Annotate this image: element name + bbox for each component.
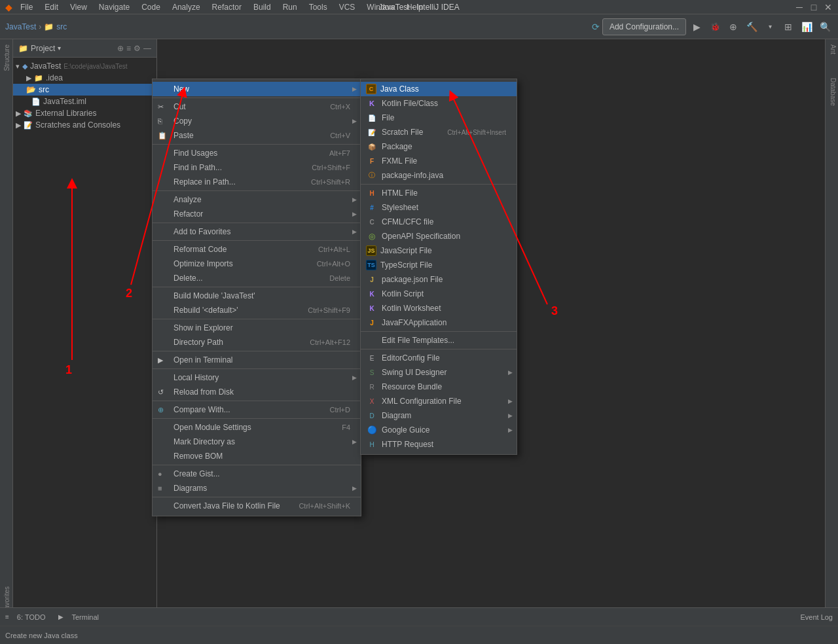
project-title[interactable]: 📁 Project ▾: [18, 44, 61, 53]
menu-item-file[interactable]: File: [16, 3, 37, 12]
menu-item-navigate[interactable]: Navigate: [95, 3, 134, 12]
ctx-item-reload[interactable]: ↺ Reload from Disk: [153, 385, 361, 399]
ctx-item-cut[interactable]: ✂ Cut Ctrl+X: [153, 99, 361, 114]
sub-item-package-info[interactable]: ⓘ package-info.java: [361, 168, 517, 183]
ctx-item-dir-path[interactable]: Directory Path Ctrl+Alt+F12: [153, 335, 361, 349]
menu-item-build[interactable]: Build: [249, 3, 275, 12]
project-hide-icon[interactable]: —: [143, 44, 151, 53]
sub-item-editorconfig[interactable]: E EditorConfig File: [361, 351, 517, 365]
project-dropdown-icon[interactable]: ▾: [58, 45, 61, 52]
sidebar-tab-structure[interactable]: Structure: [0, 39, 12, 77]
tree-item-scratches[interactable]: ▶ 📝 Scratches and Consoles: [13, 119, 156, 131]
restore-button[interactable]: □: [809, 3, 818, 12]
sub-item-kotlin-script[interactable]: K Kotlin Script: [361, 287, 517, 301]
sub-item-ts[interactable]: TS TypeScript File: [361, 258, 517, 272]
sub-item-packagejson[interactable]: J package.json File: [361, 272, 517, 287]
project-collapse-icon[interactable]: ≡: [126, 44, 131, 53]
ctx-item-rebuild[interactable]: Rebuild '<default>' Ctrl+Shift+F9: [153, 303, 361, 317]
tree-item-ext-libs[interactable]: ▶ 📚 External Libraries: [13, 107, 156, 119]
bottom-event-log[interactable]: Event Log: [800, 613, 833, 621]
menu-item-vcs[interactable]: VCS: [335, 3, 359, 12]
menu-item-analyze[interactable]: Analyze: [168, 3, 204, 12]
sub-label-kotlin-worksheet: Kotlin Worksheet: [382, 304, 506, 313]
right-tab-ant[interactable]: Ant: [826, 39, 838, 60]
ctx-item-gist[interactable]: ● Create Gist...: [153, 467, 361, 481]
paste-icon: 📋: [158, 132, 170, 140]
sub-item-google-guice[interactable]: 🔵 Google Guice: [361, 423, 517, 437]
build-button[interactable]: 🔨: [744, 19, 759, 35]
sub-item-kotlin-worksheet[interactable]: K Kotlin Worksheet: [361, 301, 517, 315]
sub-item-js[interactable]: JS JavaScript File: [361, 243, 517, 258]
ctx-item-module-settings[interactable]: Open Module Settings F4: [153, 420, 361, 435]
ctx-item-new[interactable]: New: [153, 82, 361, 96]
tree-item-root[interactable]: ▾ ◆ JavaTest E:\code\java\JavaTest: [13, 60, 156, 72]
sub-item-javafx[interactable]: J JavaFXApplication: [361, 315, 517, 330]
menu-item-code[interactable]: Code: [137, 3, 164, 12]
run-config-button[interactable]: ▾: [762, 19, 778, 35]
sub-item-package[interactable]: 📦 Package: [361, 139, 517, 154]
ctx-item-copy[interactable]: ⎘ Copy: [153, 114, 361, 128]
run-button[interactable]: ▶: [689, 19, 704, 35]
ctx-item-find-in-path[interactable]: Find in Path... Ctrl+Shift+F: [153, 160, 361, 175]
ctx-item-diagrams[interactable]: ≡ Diagrams: [153, 481, 361, 495]
ctx-item-build-module[interactable]: Build Module 'JavaTest': [153, 289, 361, 303]
ctx-item-replace-in-path[interactable]: Replace in Path... Ctrl+Shift+R: [153, 175, 361, 189]
sub-item-xml-config[interactable]: X XML Configuration File: [361, 394, 517, 408]
debug-button[interactable]: 🐞: [707, 19, 723, 35]
sub-item-file[interactable]: 📄 File: [361, 111, 517, 125]
sub-item-cfml[interactable]: C CFML/CFC file: [361, 215, 517, 229]
ctx-item-delete[interactable]: Delete... Delete: [153, 271, 361, 285]
sub-item-resource-bundle[interactable]: R Resource Bundle: [361, 380, 517, 394]
ctx-item-refactor[interactable]: Refactor: [153, 207, 361, 221]
ctx-item-analyze[interactable]: Analyze: [153, 192, 361, 207]
sub-item-diagram[interactable]: D Diagram: [361, 408, 517, 423]
search-everywhere-button[interactable]: 🔍: [817, 19, 833, 35]
ctx-item-local-history[interactable]: Local History: [153, 370, 361, 385]
menu-item-view[interactable]: View: [66, 3, 91, 12]
sub-item-openapi[interactable]: ◎ OpenAPI Specification: [361, 229, 517, 243]
ctx-item-mark-dir[interactable]: Mark Directory as: [153, 435, 361, 449]
titlebar-left: ◆ File Edit View Navigate Code Analyze R…: [5, 2, 427, 12]
sub-item-http-request[interactable]: H HTTP Request: [361, 437, 517, 452]
ctx-item-remove-bom[interactable]: Remove BOM: [153, 449, 361, 463]
project-settings-icon[interactable]: ⚙: [134, 44, 141, 53]
sub-item-fxml[interactable]: F FXML File: [361, 154, 517, 168]
sub-item-java-class[interactable]: C Java Class: [361, 82, 517, 96]
ctx-item-compare[interactable]: ⊕ Compare With... Ctrl+D: [153, 402, 361, 417]
ctx-sep-12: [153, 465, 361, 465]
ctx-item-add-favorites[interactable]: Add to Favorites: [153, 224, 361, 239]
project-add-icon[interactable]: ⊕: [117, 44, 124, 53]
menu-item-refactor[interactable]: Refactor: [208, 3, 246, 12]
sub-item-stylesheet[interactable]: # Stylesheet: [361, 200, 517, 215]
sub-item-kotlin-class[interactable]: K Kotlin File/Class: [361, 96, 517, 111]
menu-item-run[interactable]: Run: [279, 3, 301, 12]
menu-item-edit[interactable]: Edit: [41, 3, 62, 12]
ctx-item-find-usages[interactable]: Find Usages Alt+F7: [153, 146, 361, 160]
close-button[interactable]: ✕: [824, 3, 833, 12]
ctx-item-reformat[interactable]: Reformat Code Ctrl+Alt+L: [153, 242, 361, 257]
sub-item-scratch-file[interactable]: 📝 Scratch File Ctrl+Alt+Shift+Insert: [361, 125, 517, 139]
sub-item-html[interactable]: H HTML File: [361, 186, 517, 200]
minimize-button[interactable]: ─: [795, 3, 804, 12]
sub-item-swing[interactable]: S Swing UI Designer: [361, 365, 517, 380]
bottom-tab-terminal[interactable]: Terminal: [71, 613, 99, 621]
ctx-item-paste[interactable]: 📋 Paste Ctrl+V: [153, 128, 361, 143]
coverage-button[interactable]: ⊕: [725, 19, 741, 35]
tree-item-iml[interactable]: 📄 JavaTest.iml: [13, 96, 156, 107]
add-configuration-button[interactable]: Add Configuration...: [602, 18, 686, 35]
tree-item-idea[interactable]: ▶ 📁 .idea: [13, 72, 156, 84]
right-tab-database[interactable]: Database: [826, 73, 838, 111]
ctx-item-optimize[interactable]: Optimize Imports Ctrl+Alt+O: [153, 257, 361, 271]
menu-item-tools[interactable]: Tools: [305, 3, 331, 12]
ctx-item-show-explorer[interactable]: Show in Explorer: [153, 321, 361, 335]
breadcrumb-src[interactable]: src: [56, 22, 67, 31]
bottom-tab-todo[interactable]: 6: TODO: [17, 613, 46, 621]
ctx-label-open-terminal: Open in Terminal: [173, 355, 350, 365]
breadcrumb-project[interactable]: JavaTest: [5, 22, 36, 31]
profiler-button[interactable]: 📊: [799, 19, 814, 35]
ctx-item-open-terminal[interactable]: ▶ Open in Terminal: [153, 353, 361, 367]
ctx-item-convert-kotlin[interactable]: Convert Java File to Kotlin File Ctrl+Al…: [153, 499, 361, 513]
project-window-button[interactable]: ⊞: [780, 19, 796, 35]
sub-item-edit-templates[interactable]: Edit File Templates...: [361, 333, 517, 348]
tree-item-src[interactable]: 📂 src: [13, 84, 156, 96]
